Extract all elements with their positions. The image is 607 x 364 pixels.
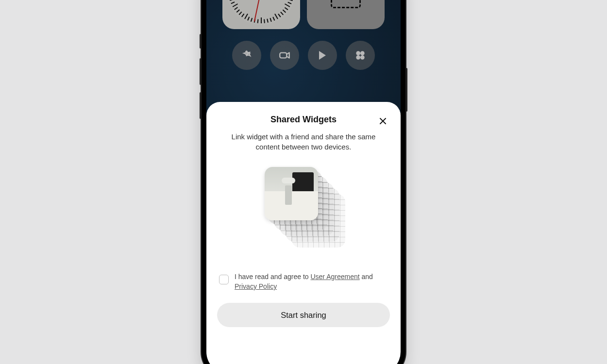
user-agreement-link[interactable]: User Agreement — [310, 273, 359, 281]
illustration — [217, 167, 390, 249]
privacy-policy-link[interactable]: Privacy Policy — [235, 282, 277, 290]
power-button — [405, 68, 407, 112]
photo-card — [265, 167, 318, 220]
consent-prefix: I have read and agree to — [235, 273, 310, 281]
sheet-subtitle: Link widget with a friend and share the … — [217, 132, 390, 152]
consent-mid: and — [360, 273, 373, 281]
sheet-title: Shared Widgets — [217, 115, 390, 125]
close-button[interactable] — [374, 113, 391, 129]
shared-widgets-sheet: Shared Widgets Link widget with a friend… — [206, 102, 401, 364]
start-sharing-button[interactable]: Start sharing — [217, 303, 390, 327]
phone-screen: // ticks drawn below after DOM via scrip… — [206, 0, 401, 364]
volume-up-button — [200, 58, 202, 85]
close-icon — [378, 116, 388, 126]
phone-frame: // ticks drawn below after DOM via scrip… — [202, 0, 405, 364]
volume-down-button — [200, 92, 202, 119]
side-button — [200, 34, 202, 49]
consent-row: I have read and agree to User Agreement … — [217, 272, 390, 292]
consent-checkbox[interactable] — [219, 275, 229, 284]
consent-text: I have read and agree to User Agreement … — [235, 272, 388, 292]
